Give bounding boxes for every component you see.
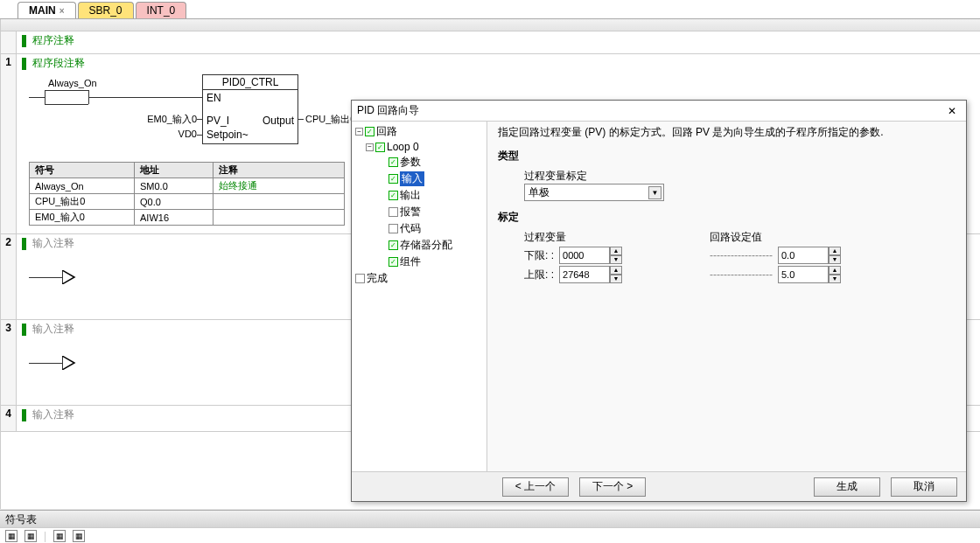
checkbox-icon[interactable]	[388, 224, 398, 233]
expander-icon[interactable]: −	[355, 128, 363, 136]
gutter-blank	[1, 31, 17, 53]
spinner-up-icon[interactable]: ▲	[610, 266, 622, 275]
generate-button[interactable]: 生成	[814, 477, 880, 497]
program-comment-label[interactable]: 程序注释	[32, 34, 74, 46]
pid-wizard-dialog: PID 回路向导 ✕ −✓回路 −✓Loop 0 ✓参数 ✓输入 ✓输出 报警 …	[351, 100, 967, 502]
spinner-up-icon[interactable]: ▲	[829, 266, 841, 275]
lower-pv-input[interactable]	[559, 247, 610, 264]
gutter-3: 3	[1, 320, 17, 405]
chevron-down-icon[interactable]: ▼	[648, 186, 662, 199]
ladder-label-vd0: VD0	[171, 129, 197, 139]
spinner-up-icon[interactable]: ▲	[829, 247, 841, 255]
toolbar-icon[interactable]: ▦	[24, 530, 37, 542]
dialog-title: PID 回路向导	[357, 103, 943, 118]
green-marker-icon	[22, 35, 26, 47]
input-comment-label[interactable]: 输入注释	[32, 323, 74, 335]
input-comment-label[interactable]: 输入注释	[32, 237, 74, 249]
close-icon[interactable]: ×	[60, 6, 65, 16]
gutter-4: 4	[1, 406, 17, 431]
lower-sp-input[interactable]	[778, 247, 829, 264]
checkbox-icon[interactable]: ✓	[388, 157, 398, 167]
checkbox-icon[interactable]: ✓	[388, 240, 398, 250]
tab-sbr0[interactable]: SBR_0	[78, 2, 134, 18]
connector-dots: ------------------	[710, 268, 773, 281]
upper-label: 上限: :	[524, 268, 554, 282]
lower-sp-spinner[interactable]: ▲▼	[778, 247, 841, 264]
close-icon[interactable]: ✕	[943, 105, 961, 117]
pv-scale-select[interactable]: 单极 ▼	[524, 184, 664, 201]
ladder-label-em0: EM0_输入0	[144, 113, 197, 126]
upper-pv-input[interactable]	[559, 266, 610, 283]
green-marker-icon	[22, 58, 26, 70]
block-port-output: Output	[262, 115, 294, 127]
section-scale: 标定	[498, 210, 956, 225]
cancel-button[interactable]: 取消	[891, 477, 957, 497]
checkbox-icon[interactable]	[388, 207, 398, 217]
tab-main[interactable]: MAIN ×	[18, 2, 76, 18]
tab-sbr0-label: SBR_0	[89, 4, 122, 17]
checkbox-icon[interactable]: ✓	[388, 191, 398, 200]
dialog-title-bar[interactable]: PID 回路向导 ✕	[352, 101, 966, 122]
green-marker-icon	[22, 409, 26, 421]
bottom-toolbar: ▦ ▦ | ▦ ▦	[0, 527, 980, 543]
section-type: 类型	[498, 149, 956, 164]
symbol-table[interactable]: 符号 地址 注释 Always_On SM0.0 始终接通 CPU_输出0 Q0…	[29, 162, 345, 226]
green-marker-icon	[22, 324, 26, 336]
symtab-h-address: 地址	[135, 163, 214, 178]
spinner-up-icon[interactable]: ▲	[610, 247, 622, 255]
tree-item-input-selected[interactable]: 输入	[400, 171, 424, 186]
connector-dots: ------------------	[710, 249, 773, 261]
toolbar-icon[interactable]: ▦	[73, 530, 85, 542]
ladder-label-always-on: Always_On	[48, 78, 97, 88]
toolbar-icon[interactable]: ▦	[5, 530, 18, 542]
toolbar-icon[interactable]: ▦	[53, 530, 66, 542]
checkbox-icon[interactable]: ✓	[388, 257, 398, 267]
contact-icon	[62, 270, 76, 284]
upper-sp-spinner[interactable]: ▲▼	[778, 266, 841, 283]
col-process-var: 过程变量	[524, 230, 622, 245]
upper-pv-spinner[interactable]: ▲▼	[559, 266, 622, 283]
symtab-h-symbol: 符号	[30, 163, 135, 178]
col-loop-setpoint: 回路设定值	[710, 230, 841, 245]
contact-icon	[62, 356, 76, 370]
tab-main-label: MAIN	[29, 4, 56, 17]
tab-bar: MAIN × SBR_0 INT_0	[0, 0, 980, 19]
gutter-1: 1	[1, 54, 17, 233]
program-comment-row: 程序注释	[1, 31, 980, 54]
bottom-panel-title[interactable]: 符号表	[0, 510, 980, 527]
checkbox-icon[interactable]: ✓	[388, 174, 398, 184]
block-port-pvi: PV_I	[206, 115, 229, 127]
spinner-down-icon[interactable]: ▼	[610, 275, 622, 283]
checkbox-icon[interactable]: ✓	[375, 143, 385, 152]
wizard-tree[interactable]: −✓回路 −✓Loop 0 ✓参数 ✓输入 ✓输出 报警 代码 ✓存储器分配 ✓…	[352, 122, 487, 471]
input-comment-label[interactable]: 输入注释	[32, 408, 74, 421]
dialog-footer: < 上一个 下一个 > 生成 取消	[352, 471, 966, 501]
expander-icon[interactable]: −	[366, 143, 374, 151]
editor-header-bar	[1, 19, 980, 31]
symtab-h-comment: 注释	[214, 163, 345, 178]
green-marker-icon	[22, 238, 26, 250]
block-title: PID0_CTRL	[203, 75, 298, 90]
lower-pv-spinner[interactable]: ▲▼	[559, 247, 622, 264]
ladder-block[interactable]: PID0_CTRL EN PV_I Output Setpoin~	[202, 74, 298, 144]
spinner-down-icon[interactable]: ▼	[829, 275, 841, 283]
wizard-content: 指定回路过程变量 (PV) 的标定方式。回路 PV 是为向导生成的子程序所指定的…	[487, 122, 966, 471]
spinner-down-icon[interactable]: ▼	[829, 255, 841, 264]
tab-int0-label: INT_0	[147, 4, 176, 17]
checkbox-icon[interactable]: ✓	[365, 127, 374, 136]
tab-int0[interactable]: INT_0	[136, 2, 187, 18]
upper-sp-input[interactable]	[778, 266, 829, 283]
spinner-down-icon[interactable]: ▼	[610, 255, 622, 264]
gutter-2: 2	[1, 234, 17, 319]
prev-button[interactable]: < 上一个	[502, 477, 569, 497]
block-port-setpoint: Setpoin~	[203, 127, 298, 143]
table-row: CPU_输出0 Q0.0	[30, 194, 345, 210]
block-port-en: EN	[203, 90, 298, 106]
segment-comment-label[interactable]: 程序段注释	[32, 57, 85, 69]
ladder-label-cpu-out: CPU_输出0	[305, 113, 355, 126]
next-button[interactable]: 下一个 >	[579, 477, 646, 497]
wizard-description: 指定回路过程变量 (PV) 的标定方式。回路 PV 是为向导生成的子程序所指定的…	[498, 125, 956, 140]
checkbox-icon[interactable]	[355, 274, 365, 283]
table-row: Always_On SM0.0 始终接通	[30, 178, 345, 194]
table-row: EM0_输入0 AIW16	[30, 210, 345, 226]
